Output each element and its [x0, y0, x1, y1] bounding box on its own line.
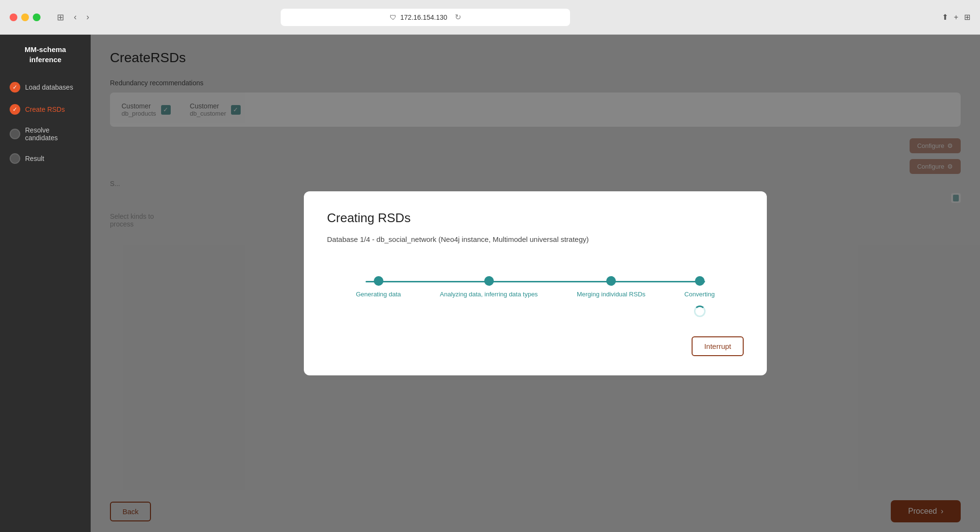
sidebar-title: MM-schema inference: [0, 44, 91, 76]
sidebar-item-create-rsds[interactable]: ✓ Create RSDs: [0, 98, 91, 120]
step-dot-3: [695, 276, 705, 286]
close-button[interactable]: [10, 13, 17, 21]
sidebar-item-result[interactable]: Result: [0, 147, 91, 170]
step-dot-0: [374, 276, 383, 286]
steps-row: Generating data Analyzing data, inferrin…: [356, 276, 715, 317]
interrupt-button[interactable]: Interrupt: [692, 336, 744, 356]
step-icon-resolve-candidates: [10, 129, 20, 139]
address-text: 172.16.154.130: [400, 13, 447, 21]
sidebar-item-label-load-databases: Load databases: [25, 83, 73, 91]
step-label-2: Merging individual RSDs: [577, 291, 645, 298]
app-container: MM-schema inference ✓ Load databases ✓ C…: [0, 35, 980, 532]
step-dot-1: [484, 276, 494, 286]
step-icon-result: [10, 153, 20, 164]
maximize-button[interactable]: [33, 13, 41, 21]
step-icon-load-databases: ✓: [10, 82, 20, 93]
reload-icon[interactable]: ↻: [455, 13, 461, 22]
back-nav-button[interactable]: ‹: [71, 10, 80, 24]
step-node-0: Generating data: [356, 276, 401, 317]
browser-chrome: ⊞ ‹ › 🛡 172.16.154.130 ↻ ⬆ + ⊞: [0, 0, 980, 35]
address-bar[interactable]: 🛡 172.16.154.130 ↻: [281, 9, 570, 26]
share-button[interactable]: ⬆: [942, 13, 948, 22]
step-node-2: Merging individual RSDs: [577, 276, 645, 317]
grid-button[interactable]: ⊞: [964, 13, 970, 22]
modal-subtitle: Database 1/4 - db_social_network (Neo4j …: [327, 235, 744, 243]
main-content: CreateRSDs Redundancy recommendations Cu…: [91, 35, 980, 532]
step-node-1: Analyzing data, inferring data types: [440, 276, 538, 317]
sidebar-item-label-result: Result: [25, 155, 44, 162]
step-node-3: Converting: [684, 276, 715, 317]
step-label-1: Analyzing data, inferring data types: [440, 291, 538, 298]
minimize-button[interactable]: [21, 13, 29, 21]
sidebar-item-label-create-rsds: Create RSDs: [25, 106, 65, 113]
modal-overlay: Creating RSDs Database 1/4 - db_social_n…: [91, 35, 980, 532]
progress-track: Generating data Analyzing data, inferrin…: [327, 276, 744, 317]
traffic-lights: [10, 13, 41, 21]
modal-actions: Interrupt: [327, 336, 744, 356]
window-toggle[interactable]: ⊞: [54, 10, 67, 25]
loading-spinner: [694, 306, 706, 317]
new-tab-button[interactable]: +: [954, 13, 958, 22]
creating-rsds-modal: Creating RSDs Database 1/4 - db_social_n…: [304, 191, 767, 375]
shield-icon: 🛡: [390, 13, 396, 21]
forward-nav-button[interactable]: ›: [83, 10, 92, 24]
sidebar: MM-schema inference ✓ Load databases ✓ C…: [0, 35, 91, 532]
step-label-0: Generating data: [356, 291, 401, 298]
sidebar-item-load-databases[interactable]: ✓ Load databases: [0, 76, 91, 98]
sidebar-item-resolve-candidates[interactable]: Resolve candidates: [0, 120, 91, 147]
step-dot-2: [606, 276, 616, 286]
step-icon-create-rsds: ✓: [10, 104, 20, 115]
nav-controls: ⊞ ‹ ›: [54, 10, 92, 25]
modal-title: Creating RSDs: [327, 211, 744, 226]
step-label-3: Converting: [684, 291, 715, 298]
browser-actions: ⬆ + ⊞: [942, 13, 970, 22]
sidebar-item-label-resolve-candidates: Resolve candidates: [25, 126, 81, 142]
